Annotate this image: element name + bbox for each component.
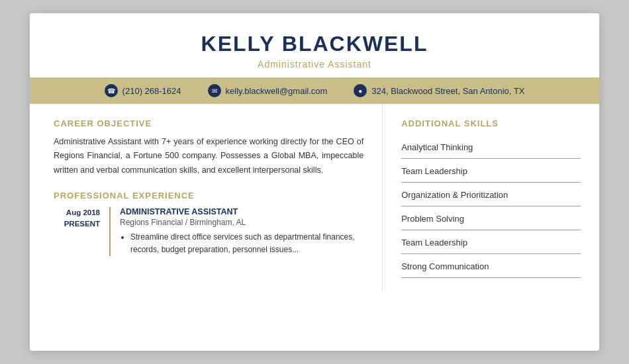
address-text: 324, Blackwood Street, San Antonio, TX (371, 86, 524, 96)
left-column: CAREER OBJECTIVE Administrative Assistan… (30, 104, 383, 291)
contact-bar: ☎ (210) 268-1624 ✉ kelly.blackwell@gmail… (30, 77, 599, 104)
exp-dates: Aug 2018 PRESENT (54, 207, 100, 256)
skill-item: Organization & Prioritization (401, 183, 581, 206)
additional-skills-heading: ADDITIONAL SKILLS (401, 118, 581, 128)
skill-item: Analytical Thinking (401, 135, 581, 159)
skill-name: Team Leadership (401, 238, 467, 248)
skill-item: Strong Communication (401, 254, 581, 278)
exp-divider (109, 207, 111, 256)
professional-experience-heading: PROFESSIONAL EXPERIENCE (54, 191, 363, 201)
skill-name: Analytical Thinking (401, 142, 473, 152)
email-contact: ✉ kelly.blackwell@gmail.com (208, 84, 328, 97)
candidate-title: Administrative Assistant (56, 59, 573, 69)
skill-item: Team Leadership (401, 230, 581, 254)
skill-item: Team Leadership (401, 159, 581, 183)
skill-item: Problem Solving (401, 206, 581, 230)
candidate-name: KELLY BLACKWELL (56, 32, 573, 56)
resume-card: KELLY BLACKWELL Administrative Assistant… (30, 13, 599, 351)
exp-company: Regions Financial / Birmingham, AL (120, 218, 363, 227)
email-text: kelly.blackwell@gmail.com (226, 86, 328, 96)
phone-contact: ☎ (210) 268-1624 (105, 84, 181, 97)
phone-icon: ☎ (105, 84, 118, 97)
career-objective-text: Administrative Assistant with 7+ years o… (54, 135, 363, 177)
skill-name: Strong Communication (401, 261, 489, 271)
exp-bullet-item: Streamline direct office services such a… (130, 231, 363, 256)
exp-content: ADMINISTRATIVE ASSISTANT Regions Financi… (120, 207, 363, 256)
experience-entry: Aug 2018 PRESENT ADMINISTRATIVE ASSISTAN… (54, 207, 363, 256)
exp-job-title: ADMINISTRATIVE ASSISTANT (120, 207, 363, 216)
email-icon: ✉ (208, 84, 221, 97)
exp-date-end: PRESENT (64, 220, 100, 228)
resume-header: KELLY BLACKWELL Administrative Assistant (30, 13, 599, 77)
location-icon: ● (354, 84, 367, 97)
skills-list: Analytical ThinkingTeam LeadershipOrgani… (401, 135, 581, 278)
resume-body: CAREER OBJECTIVE Administrative Assistan… (30, 104, 599, 291)
exp-date-start: Aug 2018 (66, 208, 100, 216)
skill-name: Team Leadership (401, 166, 467, 176)
phone-text: (210) 268-1624 (122, 86, 181, 96)
skill-name: Problem Solving (401, 214, 464, 224)
exp-bullets-list: Streamline direct office services such a… (120, 231, 363, 256)
career-objective-heading: CAREER OBJECTIVE (54, 118, 363, 128)
skill-name: Organization & Prioritization (401, 190, 508, 200)
right-column: ADDITIONAL SKILLS Analytical ThinkingTea… (383, 104, 599, 291)
address-contact: ● 324, Blackwood Street, San Antonio, TX (354, 84, 524, 97)
